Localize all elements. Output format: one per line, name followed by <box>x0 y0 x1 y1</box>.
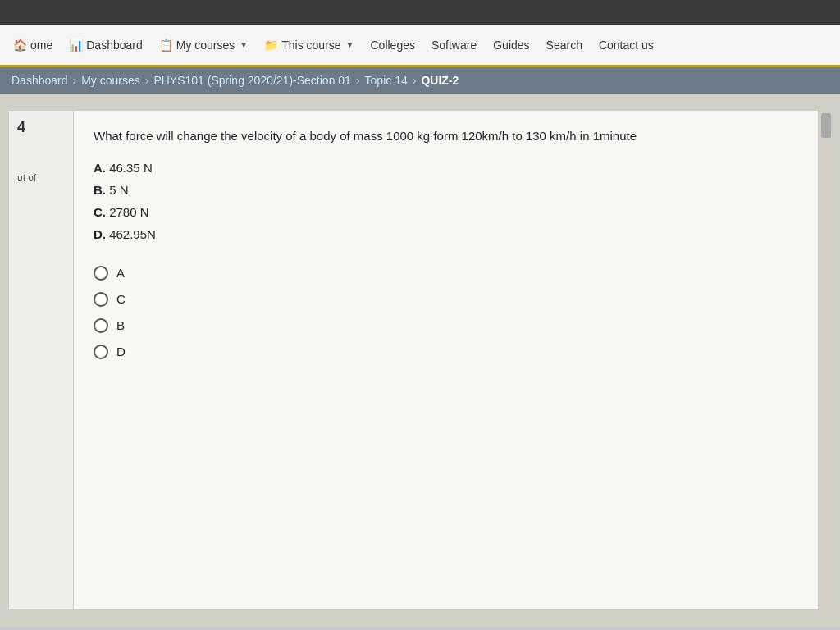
question-text: What force will change the velocity of a… <box>94 127 798 146</box>
nav-dashboard[interactable]: 📊 Dashboard <box>62 34 149 57</box>
browser-chrome <box>0 0 840 25</box>
radio-label-a: A <box>116 266 125 280</box>
radio-circle-c <box>94 292 108 307</box>
breadcrumb-sep-2: › <box>145 74 149 87</box>
choice-a: A. 46.35 N <box>94 159 798 176</box>
dashboard-icon: 📊 <box>69 39 83 52</box>
nav-dashboard-label: Dashboard <box>86 39 143 52</box>
my-courses-dropdown-arrow: ▼ <box>240 40 248 49</box>
radio-circle-b <box>94 318 108 333</box>
nav-my-courses[interactable]: 📋 My courses ▼ <box>153 34 254 57</box>
choice-b-text: 5 N <box>109 183 128 197</box>
courses-icon: 📋 <box>159 39 173 52</box>
nav-this-course[interactable]: 📁 This course ▼ <box>258 34 360 57</box>
question-panel: What force will change the velocity of a… <box>74 110 819 610</box>
radio-option-a[interactable]: A <box>94 266 798 281</box>
breadcrumb-sep-4: › <box>413 74 417 87</box>
radio-options: A C B D <box>94 266 798 359</box>
home-icon: 🏠 <box>13 39 27 52</box>
radio-label-c: C <box>116 292 126 306</box>
radio-option-d[interactable]: D <box>94 345 798 359</box>
nav-my-courses-label: My courses <box>176 39 235 52</box>
breadcrumb-dashboard[interactable]: Dashboard <box>11 74 68 87</box>
nav-guides-label: Guides <box>493 39 529 52</box>
nav-software-label: Software <box>431 39 477 52</box>
choice-c: C. 2780 N <box>94 203 798 221</box>
choice-d-letter: D. <box>94 227 109 241</box>
main-content: 4 ut of What force will change the veloc… <box>0 94 840 627</box>
nav-home-label: ome <box>30 39 52 52</box>
breadcrumb-my-courses[interactable]: My courses <box>81 74 140 87</box>
out-of-label: ut of <box>17 172 36 184</box>
left-panel: 4 ut of <box>8 110 74 610</box>
choice-a-letter: A. <box>94 161 109 175</box>
choice-c-letter: C. <box>94 205 109 219</box>
navbar: 🏠 ome 📊 Dashboard 📋 My courses ▼ 📁 This … <box>0 25 840 67</box>
nav-guides[interactable]: Guides <box>486 34 536 57</box>
nav-search[interactable]: Search <box>540 34 589 57</box>
choice-b: B. 5 N <box>94 181 798 199</box>
nav-colleges-label: Colleges <box>370 39 414 52</box>
breadcrumb-quiz: QUIZ-2 <box>421 74 459 87</box>
scrollbar-thumb[interactable] <box>821 113 831 138</box>
breadcrumb-topic[interactable]: Topic 14 <box>365 74 408 87</box>
radio-circle-a <box>94 266 108 281</box>
breadcrumb: Dashboard › My courses › PHYS101 (Spring… <box>0 67 840 94</box>
choice-d-text: 462.95N <box>109 227 156 241</box>
breadcrumb-sep-1: › <box>73 74 77 87</box>
radio-label-b: B <box>116 318 125 332</box>
question-number: 4 <box>17 119 25 136</box>
nav-search-label: Search <box>546 39 582 52</box>
radio-option-c[interactable]: C <box>94 292 798 307</box>
nav-contact-us-label: Contact us <box>599 39 654 52</box>
radio-option-b[interactable]: B <box>94 318 798 333</box>
choice-d: D. 462.95N <box>94 226 798 243</box>
answer-choices: A. 46.35 N B. 5 N C. 2780 N D. 462.95N <box>94 159 798 243</box>
nav-contact-us[interactable]: Contact us <box>592 34 660 57</box>
nav-colleges[interactable]: Colleges <box>363 34 421 57</box>
choice-a-text: 46.35 N <box>109 161 153 175</box>
choice-b-letter: B. <box>94 183 109 197</box>
choice-c-text: 2780 N <box>109 205 148 219</box>
radio-circle-d <box>94 345 108 359</box>
breadcrumb-sep-3: › <box>356 74 360 87</box>
nav-software[interactable]: Software <box>425 34 483 57</box>
this-course-icon: 📁 <box>264 39 278 52</box>
breadcrumb-course[interactable]: PHYS101 (Spring 2020/21)-Section 01 <box>153 74 350 87</box>
radio-label-d: D <box>116 345 126 358</box>
scrollbar[interactable] <box>819 110 832 610</box>
nav-this-course-label: This course <box>281 39 340 52</box>
nav-home[interactable]: 🏠 ome <box>7 34 59 57</box>
this-course-dropdown-arrow: ▼ <box>346 40 354 49</box>
